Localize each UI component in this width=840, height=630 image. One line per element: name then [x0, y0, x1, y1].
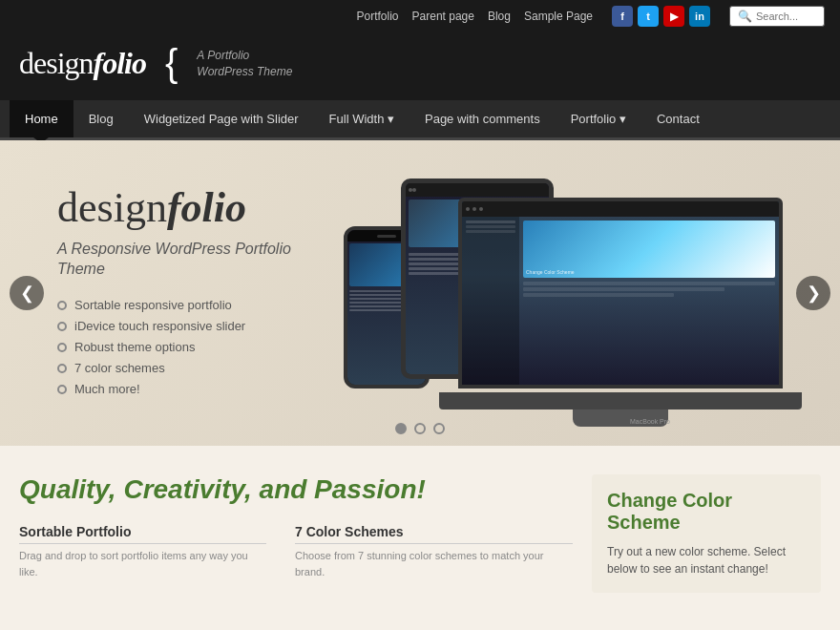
phone-speaker — [377, 235, 396, 238]
laptop-text-1 — [523, 282, 775, 285]
laptop-base — [439, 392, 802, 410]
feature-portfolio-title: Sortable Portfolio — [19, 524, 266, 544]
feature-2: iDevice touch responsive slider — [57, 319, 325, 333]
slider-content: designfolio A Responsive WordPress Portf… — [0, 140, 840, 446]
top-nav-sample[interactable]: Sample Page — [524, 10, 593, 23]
logo-tagline: A Portfolio WordPress Theme — [197, 48, 292, 80]
logo-area: designfolio { A Portfolio WordPress Them… — [19, 42, 292, 85]
top-nav-blog[interactable]: Blog — [488, 10, 511, 23]
feature-dot-3 — [57, 343, 67, 352]
slider-features: Sortable responsive portfolio iDevice to… — [57, 298, 325, 396]
color-scheme-desc: Try out a new color scheme. Select below… — [607, 543, 806, 578]
nav-contact[interactable]: Contact — [641, 100, 715, 137]
logo-prefix: design — [19, 46, 94, 80]
laptop-dot-3 — [479, 207, 483, 211]
feature-col-portfolio: Sortable Portfolio Drag and drop to sort… — [19, 524, 266, 579]
nav-home[interactable]: Home — [10, 100, 74, 137]
feature-dot-4 — [57, 364, 67, 373]
feature-col-colors: 7 Color Schemes Choose from 7 stunning c… — [295, 524, 573, 579]
feature-dot-2 — [57, 322, 67, 331]
slider-dots — [395, 423, 445, 434]
color-scheme-title: Change Color Scheme — [607, 490, 806, 534]
laptop-sidebar — [462, 217, 519, 385]
slider-logo: designfolio — [57, 183, 325, 232]
top-nav-portfolio[interactable]: Portfolio — [357, 10, 399, 23]
feature-dot-5 — [57, 385, 67, 394]
logo-text: designfolio — [19, 46, 146, 81]
slider-logo-prefix: design — [57, 184, 167, 231]
laptop-hero: Change Color Scheme — [523, 220, 775, 278]
top-nav-links: Portfolio Parent page Blog Sample Page — [357, 10, 594, 23]
linkedin-icon[interactable]: in — [689, 6, 710, 27]
main-nav: Home Blog Widgetized Page with Slider Fu… — [0, 100, 840, 140]
slider-dot-1[interactable] — [395, 423, 407, 434]
bottom-left: Quality, Creativity, and Passion! Sortab… — [19, 474, 573, 593]
youtube-icon[interactable]: ▶ — [663, 6, 684, 27]
laptop-text-3 — [523, 293, 674, 297]
header: designfolio { A Portfolio WordPress Them… — [0, 32, 840, 100]
search-input[interactable] — [756, 10, 832, 22]
bottom-right: Change Color Scheme Try out a new color … — [592, 474, 821, 593]
slider-logo-suffix: folio — [167, 184, 246, 231]
device-mockup: designfolio — [344, 159, 802, 427]
feature-colors-desc: Choose from 7 stunning color schemes to … — [295, 548, 573, 579]
laptop-hero-text: Change Color Scheme — [526, 269, 575, 275]
laptop-content-area: Change Color Scheme — [462, 217, 779, 385]
nav-widgetized[interactable]: Widgetized Page with Slider — [129, 100, 314, 137]
top-bar: Portfolio Parent page Blog Sample Page f… — [0, 0, 840, 32]
bottom-section: Quality, Creativity, and Passion! Sortab… — [0, 446, 840, 612]
slider-image: designfolio — [344, 159, 802, 427]
nav-comments[interactable]: Page with comments — [410, 100, 556, 137]
slider-tagline: A Responsive WordPress Portfolio Theme — [57, 240, 325, 280]
feature-dot-1 — [57, 301, 67, 310]
slider-section: ❮ designfolio A Responsive WordPress Por… — [0, 140, 840, 446]
slider-arrow-left[interactable]: ❮ — [10, 276, 44, 310]
nav-blog[interactable]: Blog — [74, 100, 129, 137]
tablet-top-bar — [406, 183, 549, 197]
section-title: Quality, Creativity, and Passion! — [19, 474, 573, 505]
tablet-dot-2 — [412, 188, 416, 192]
top-nav-parent[interactable]: Parent page — [412, 10, 474, 23]
laptop-screen-content: Change Color Scheme — [462, 201, 779, 385]
search-icon: 🔍 — [738, 10, 752, 23]
slider-dot-3[interactable] — [433, 423, 445, 434]
laptop-main: Change Color Scheme — [519, 217, 779, 385]
laptop-mockup: Change Color Scheme MacBook Pro — [439, 198, 802, 427]
laptop-text-2 — [523, 287, 724, 291]
laptop-top-bar — [462, 201, 779, 217]
logo-suffix: folio — [94, 46, 146, 80]
feature-4: 7 color schemes — [57, 361, 325, 375]
tagline-line1: A Portfolio — [197, 49, 249, 62]
features-grid: Sortable Portfolio Drag and drop to sort… — [19, 524, 573, 579]
laptop-screen: Change Color Scheme — [458, 198, 783, 388]
feature-1: Sortable responsive portfolio — [57, 298, 325, 312]
nav-fullwidth[interactable]: Full Width ▾ — [314, 100, 410, 137]
facebook-icon[interactable]: f — [612, 6, 633, 27]
nav-portfolio[interactable]: Portfolio ▾ — [556, 100, 641, 137]
laptop-dot-1 — [466, 207, 470, 211]
tagline-line2: WordPress Theme — [197, 65, 292, 78]
laptop-dot-2 — [472, 207, 476, 211]
feature-5: Much more! — [57, 382, 325, 396]
search-box[interactable]: 🔍 — [729, 6, 825, 27]
logo-brace: { — [165, 42, 178, 85]
feature-colors-title: 7 Color Schemes — [295, 524, 573, 544]
top-social: f t ▶ in — [612, 6, 710, 27]
slider-arrow-right[interactable]: ❯ — [796, 276, 830, 310]
feature-3: Robust theme options — [57, 340, 325, 354]
laptop-label: MacBook Pro — [630, 418, 670, 425]
slider-dot-2[interactable] — [414, 423, 426, 434]
twitter-icon[interactable]: t — [638, 6, 659, 27]
feature-portfolio-desc: Drag and drop to sort portfolio items an… — [19, 548, 266, 579]
slider-text: designfolio A Responsive WordPress Portf… — [57, 183, 344, 404]
